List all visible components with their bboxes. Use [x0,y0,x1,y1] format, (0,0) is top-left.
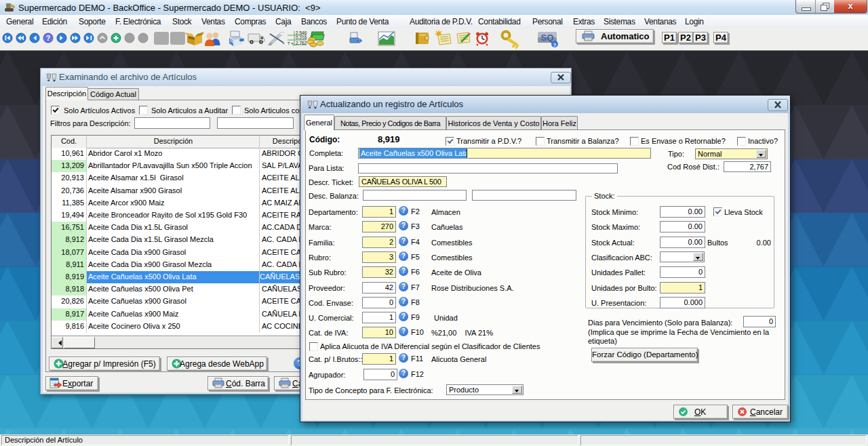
svg-text:T =: T = [288,41,294,45]
svg-text:?: ? [46,35,50,42]
svg-text:2.762: 2.762 [296,41,307,45]
svg-text:?: ? [553,42,557,48]
svg-text:SQ: SQ [541,33,554,43]
svg-text:2.546: 2.546 [296,31,307,35]
svg-text:0.216: 0.216 [296,35,307,40]
